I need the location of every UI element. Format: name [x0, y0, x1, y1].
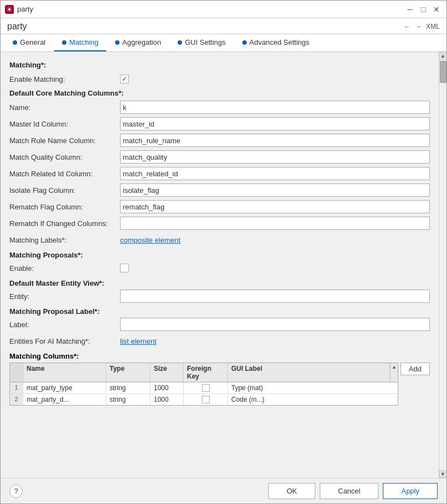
isolate-flag-label: Isolate Flag Column:	[9, 186, 120, 195]
window-title: party	[7, 22, 27, 32]
match-related-label: Match Related Id Column:	[9, 170, 120, 178]
matching-labels-link[interactable]: composite element	[120, 236, 180, 244]
matching-labels-label: Matching Labels*:	[9, 236, 120, 244]
td-rownum-2: 2	[10, 394, 23, 405]
td-type-1: string	[106, 382, 150, 393]
entities-ai-row: Entities For AI Matching*: list element	[9, 334, 430, 348]
nav-forward[interactable]: →	[415, 23, 422, 30]
window: party ─ □ ✕ party ← → XML General Matchi…	[0, 0, 447, 504]
content-area: Matching*: Enable Matching: Default Core…	[1, 52, 446, 478]
tab-matching-label: Matching	[69, 38, 98, 46]
tab-advanced-settings[interactable]: Advanced Settings	[235, 34, 317, 51]
match-related-row: Match Related Id Column:	[9, 167, 430, 180]
rematch-flag-input[interactable]	[120, 200, 430, 213]
tab-dot-gui	[178, 40, 182, 45]
tab-matching[interactable]: Matching	[54, 34, 106, 51]
tab-gui-settings[interactable]: GUI Settings	[170, 34, 233, 51]
scroll-up-arrow[interactable]: ▲	[439, 52, 447, 60]
matching-section-header: Matching*:	[9, 61, 430, 69]
match-related-input[interactable]	[120, 167, 430, 180]
match-quality-label: Match Quality Column:	[9, 153, 120, 161]
tab-aggregation-label: Aggregation	[122, 38, 161, 46]
rematch-flag-row: Rematch Flag Column:	[9, 200, 430, 213]
default-master-entity-header: Default Master Entity View*:	[9, 279, 430, 287]
td-size-2: 1000	[150, 394, 184, 405]
help-button[interactable]: ?	[9, 485, 23, 498]
th-gui-label: GUI Label	[228, 363, 390, 382]
isolate-flag-input[interactable]	[120, 183, 430, 197]
td-rownum-1: 1	[10, 382, 23, 393]
match-rule-input[interactable]	[120, 134, 430, 147]
app-icon	[5, 5, 14, 14]
entity-input[interactable]	[120, 290, 430, 303]
enable-matching-checkbox[interactable]	[120, 75, 129, 83]
entity-row: Entity:	[9, 290, 430, 303]
matching-columns-table: Name Type Size Foreign Key GUI Label ▲ 1…	[9, 363, 398, 406]
scroll-track	[439, 60, 447, 470]
tab-dot-advanced	[242, 40, 247, 45]
matching-proposal-label-header: Matching Proposal Label*:	[9, 307, 430, 316]
td-fk-1	[184, 382, 228, 393]
title-bar-left: party	[5, 5, 33, 14]
close-button[interactable]: ✕	[431, 4, 442, 15]
td-gui-label-2: Code (m...)	[228, 394, 398, 405]
name-label: Name:	[9, 103, 120, 112]
match-quality-input[interactable]	[120, 150, 430, 164]
master-id-input[interactable]	[120, 117, 430, 130]
td-name-2: mat_party_d...	[23, 394, 106, 405]
main-scrollbar[interactable]: ▲ ▼	[439, 52, 446, 478]
th-type: Type	[106, 363, 150, 382]
tab-dot-aggregation	[115, 40, 119, 45]
tab-aggregation[interactable]: Aggregation	[107, 34, 169, 51]
apply-button[interactable]: Apply	[383, 483, 438, 499]
tabs-bar: General Matching Aggregation GUI Setting…	[1, 34, 446, 52]
th-name: Name	[23, 363, 106, 382]
td-name-1: mat_party_type	[23, 382, 106, 393]
match-rule-label: Match Rule Name Column:	[9, 136, 120, 145]
scroll-down-arrow[interactable]: ▼	[439, 470, 447, 478]
tab-dot-general	[13, 40, 17, 45]
name-row: Name:	[9, 101, 430, 114]
td-size-1: 1000	[150, 382, 184, 393]
td-fk-checkbox-1[interactable]	[202, 384, 210, 392]
maximize-button[interactable]: □	[418, 4, 429, 15]
name-input[interactable]	[120, 101, 430, 114]
matching-proposals-header: Matching Proposals*:	[9, 251, 430, 259]
master-id-row: Master Id Column:	[9, 117, 430, 130]
minimize-button[interactable]: ─	[404, 4, 415, 15]
nav-back[interactable]: ←	[404, 23, 410, 30]
nav-xml[interactable]: XML	[426, 23, 440, 30]
table-row[interactable]: 1 mat_party_type string 1000 Type (mat)	[10, 382, 398, 394]
td-type-2: string	[106, 394, 150, 405]
match-quality-row: Match Quality Column:	[9, 150, 430, 164]
matching-columns-table-wrapper: Name Type Size Foreign Key GUI Label ▲ 1…	[9, 363, 430, 406]
footer: ? OK Cancel Apply	[1, 478, 446, 503]
add-button[interactable]: Add	[401, 363, 430, 375]
label-input[interactable]	[120, 318, 430, 331]
th-size: Size	[150, 363, 184, 382]
td-fk-2	[184, 394, 228, 405]
td-gui-label-1: Type (mat)	[228, 382, 398, 393]
ok-button[interactable]: OK	[268, 483, 315, 499]
match-rule-row: Match Rule Name Column:	[9, 134, 430, 147]
enable-matching-label: Enable Matching:	[9, 75, 120, 83]
td-fk-checkbox-2[interactable]	[202, 396, 210, 403]
enable-matching-row: Enable Matching:	[9, 72, 430, 86]
enable-proposals-checkbox[interactable]	[120, 264, 129, 272]
cancel-button[interactable]: Cancel	[320, 483, 378, 499]
entities-ai-link[interactable]: list element	[120, 337, 157, 345]
rematch-flag-label: Rematch Flag Column:	[9, 203, 120, 211]
th-rownum	[10, 363, 23, 382]
label-label: Label:	[9, 321, 120, 329]
title-bar-controls: ─ □ ✕	[404, 4, 442, 15]
title-bar: party ─ □ ✕	[1, 1, 446, 18]
rematch-if-changed-input[interactable]	[120, 217, 430, 230]
table-row[interactable]: 2 mat_party_d... string 1000 Code (m...)	[10, 394, 398, 405]
scroll-thumb[interactable]	[440, 61, 446, 83]
th-fk: Foreign Key	[184, 363, 228, 382]
window-header: party ← → XML	[1, 18, 446, 34]
isolate-flag-row: Isolate Flag Column:	[9, 183, 430, 197]
tab-general[interactable]: General	[5, 34, 53, 51]
table-scroll-arrow-top[interactable]: ▲	[390, 363, 398, 382]
footer-buttons: OK Cancel Apply	[268, 483, 438, 499]
